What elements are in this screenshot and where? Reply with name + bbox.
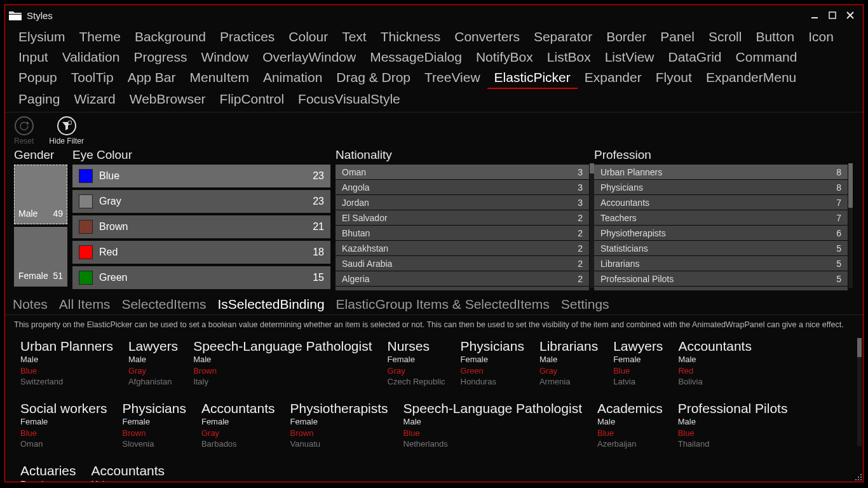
maximize-button[interactable] [824,8,841,22]
menu-command[interactable]: Command [729,47,804,67]
menu-overlaywindow[interactable]: OverlayWindow [255,47,363,67]
item-card[interactable]: Urban PlannersMaleBlueSwitzerland [14,336,122,398]
item-card[interactable]: AccountantsMaleRedBolivia [672,336,761,398]
menu-popup[interactable]: Popup [11,67,64,89]
menu-elasticpicker[interactable]: ElasticPicker [487,67,578,89]
menu-treeview[interactable]: TreeView [417,67,487,89]
list-item[interactable]: Professional Pilots5 [594,271,848,286]
menu-focusvisualstyle[interactable]: FocusVisualStyle [291,89,407,109]
item-card[interactable]: Speech-Language PathologistMaleBrownItal… [187,336,381,398]
menu-background[interactable]: Background [128,27,213,47]
minimize-button[interactable] [806,8,824,22]
list-item[interactable]: Nicaragua2 [336,287,589,290]
tab-elasticgroup-items-selecteditems[interactable]: ElasticGroup Items & SelectedItems [336,297,550,315]
menu-flipcontrol[interactable]: FlipControl [213,89,292,109]
menu-thickness[interactable]: Thickness [374,27,448,47]
menu-listview[interactable]: ListView [598,47,661,67]
tab-selecteditems[interactable]: SelectedItems [121,297,206,315]
item-card[interactable]: LawyersFemaleBlueLatvia [607,336,672,398]
menu-colour[interactable]: Colour [281,27,335,47]
item-card[interactable]: PhysiciansFemaleBrownSlovenia [116,398,195,460]
close-button[interactable] [841,8,859,22]
hide-filter-button[interactable]: Hide Filter [49,116,84,146]
item-card[interactable]: AcademicsMaleBlueAzerbaijan [591,398,672,460]
menu-wizard[interactable]: Wizard [67,89,122,109]
list-item[interactable]: El Salvador2 [336,210,589,225]
menu-messagedialog[interactable]: MessageDialog [363,47,469,67]
menu-drag-drop[interactable]: Drag & Drop [329,67,417,89]
tab-settings[interactable]: Settings [561,297,609,315]
cards-scrollbar[interactable] [857,338,862,446]
profession-scrollbar[interactable] [848,163,853,288]
menu-expandermenu[interactable]: ExpanderMenu [699,67,803,89]
list-item[interactable]: Algeria2 [336,271,589,286]
list-item[interactable]: Accountants7 [594,195,848,210]
tab-notes[interactable]: Notes [13,297,48,315]
tab-all-items[interactable]: All Items [59,297,111,315]
menu-animation[interactable]: Animation [256,67,329,89]
menu-border[interactable]: Border [599,27,653,47]
list-item[interactable]: Oman3 [336,165,589,179]
gender-tile-male[interactable]: Male49 [14,165,67,224]
item-card[interactable]: Professional PilotsMaleBlueThailand [672,398,797,460]
menu-input[interactable]: Input [11,47,55,67]
list-item[interactable]: Angola3 [336,180,589,194]
list-item[interactable]: Teachers7 [594,210,848,225]
menu-tooltip[interactable]: ToolTip [64,67,121,89]
menu-elysium[interactable]: Elysium [11,27,72,47]
list-item[interactable]: Librarians5 [594,256,848,271]
menu-icon[interactable]: Icon [801,27,841,47]
item-card[interactable]: LibrariansMaleGrayArmenia [533,336,607,398]
gender-tile-female[interactable]: Female51 [14,227,67,287]
menu-progress[interactable]: Progress [126,47,194,67]
list-item[interactable]: Urban Planners8 [594,165,848,179]
item-card[interactable]: PhysiciansFemaleGreenHonduras [454,336,533,398]
menu-window[interactable]: Window [194,47,255,67]
item-card[interactable]: Speech-Language PathologistMaleBlueNethe… [397,398,591,460]
menu-converters[interactable]: Converters [447,27,527,47]
menu-listbox[interactable]: ListBox [540,47,598,67]
menu-text[interactable]: Text [335,27,374,47]
list-item[interactable]: Saudi Arabia2 [336,256,589,271]
list-item[interactable]: Physiotherapists6 [594,226,848,240]
menu-scroll[interactable]: Scroll [702,27,749,47]
card-gender: Female [20,478,76,482]
menu-datagrid[interactable]: DataGrid [661,47,729,67]
list-item-count: 3 [578,198,583,208]
eye-row-brown[interactable]: Brown21 [72,215,330,238]
reset-button[interactable]: Reset [14,116,34,146]
list-item[interactable]: Jordan3 [336,195,589,210]
list-item[interactable]: Bhutan2 [336,226,589,240]
menu-app-bar[interactable]: App Bar [121,67,183,89]
eye-row-red[interactable]: Red18 [72,241,330,264]
menu-validation[interactable]: Validation [55,47,127,67]
item-card[interactable]: NursesFemaleGrayCzech Republic [381,336,454,398]
item-card[interactable]: LawyersMaleGrayAfghanistan [122,336,187,398]
menu-notifybox[interactable]: NotifyBox [469,47,540,67]
list-item[interactable]: Statisticians5 [594,241,848,255]
menu-panel[interactable]: Panel [653,27,702,47]
item-card[interactable]: ActuariesFemaleRedKyrgyzstan [14,460,85,482]
tab-isselectedbinding[interactable]: IsSelectedBinding [217,297,324,315]
menu-paging[interactable]: Paging [11,89,67,109]
eye-row-blue[interactable]: Blue23 [72,165,330,187]
menu-menuitem[interactable]: MenuItem [183,67,256,89]
list-item[interactable]: Kazakhstan2 [336,241,589,255]
list-item[interactable]: Physicians8 [594,180,848,194]
eye-row-gray[interactable]: Gray23 [72,190,330,213]
menu-theme[interactable]: Theme [72,27,128,47]
item-card[interactable]: PhysiotherapistsFemaleBrownVanuatu [284,398,397,460]
menu-separator[interactable]: Separator [527,27,599,47]
item-card[interactable]: AccountantsMaleBrownMorocco [85,460,174,482]
menu-practices[interactable]: Practices [213,27,281,47]
resize-grip-icon[interactable] [854,473,862,480]
list-item[interactable]: Pharmacists5 [594,287,848,290]
menu-button[interactable]: Button [749,27,801,47]
menu-expander[interactable]: Expander [578,67,649,89]
item-card[interactable]: AccountantsFemaleGrayBarbados [195,398,284,460]
eye-row-green[interactable]: Green15 [72,266,330,289]
nationality-scrollbar[interactable] [590,163,594,288]
menu-webbrowser[interactable]: WebBrowser [123,89,213,109]
item-card[interactable]: Social workersFemaleBlueOman [14,398,116,460]
menu-flyout[interactable]: Flyout [649,67,699,89]
